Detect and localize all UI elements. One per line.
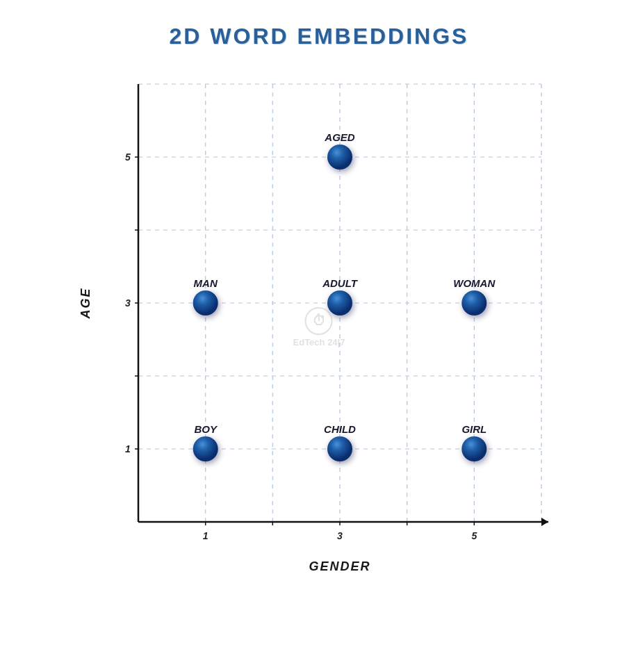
- label-child: CHILD: [324, 423, 356, 435]
- x-tick-1: 1: [203, 530, 208, 541]
- x-axis-label: GENDER: [309, 559, 370, 573]
- chart-area: ⏱ EdTech 24|7: [69, 63, 569, 591]
- point-woman: [461, 290, 486, 315]
- label-woman: WOMAN: [453, 277, 496, 289]
- chart-title: 2D WORD EMBEDDINGS: [170, 24, 469, 49]
- chart-container: 2D WORD EMBEDDINGS ⏱ EdTech 24|7: [20, 24, 618, 649]
- y-tick-5: 5: [125, 151, 131, 163]
- y-tick-1: 1: [125, 443, 131, 454]
- point-boy: [193, 436, 218, 461]
- label-man: MAN: [194, 277, 218, 289]
- point-adult: [327, 290, 352, 315]
- x-tick-3: 3: [337, 530, 343, 541]
- point-aged: [327, 145, 352, 170]
- label-aged: AGED: [324, 131, 355, 143]
- x-tick-5: 5: [471, 530, 477, 541]
- label-girl: GIRL: [461, 423, 486, 435]
- chart-svg: 1 3 5 1 3 5 GENDER AGE AGED MAN ADULT WO…: [69, 63, 569, 591]
- y-tick-3: 3: [125, 297, 131, 309]
- point-man: [193, 290, 218, 315]
- label-boy: BOY: [194, 423, 218, 435]
- label-adult: ADULT: [322, 277, 359, 289]
- y-axis-label: AGE: [79, 287, 92, 319]
- point-child: [327, 436, 352, 461]
- point-girl: [461, 436, 486, 461]
- x-axis-arrow: [541, 518, 548, 526]
